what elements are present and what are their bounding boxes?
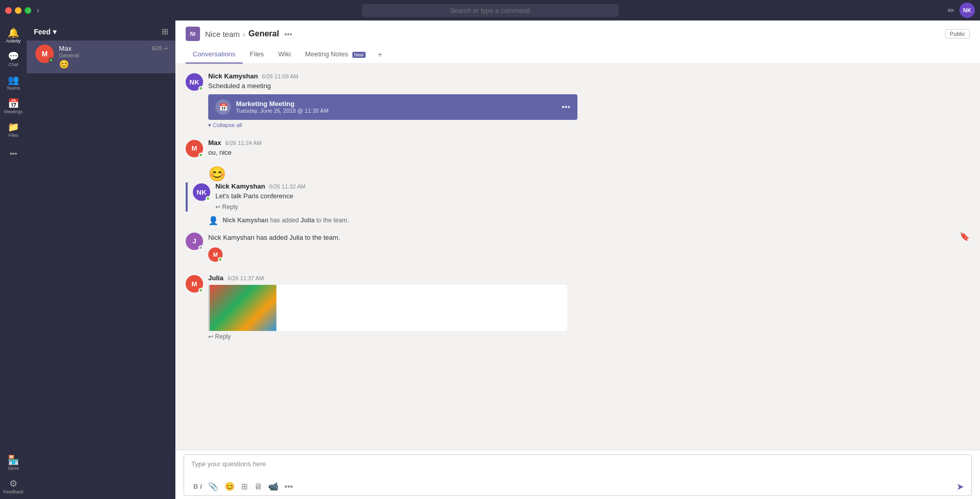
files-icon: 📁: [8, 122, 19, 132]
msg-sender-3: Nick Kamyshan: [215, 182, 265, 190]
team-name: Nice team: [205, 30, 240, 38]
sidebar-item-activity[interactable]: 🔔 Activity: [2, 25, 25, 47]
max-reply-body: [228, 246, 970, 247]
breadcrumb: Nice team › General •••: [205, 29, 292, 38]
app-sidebar: 🔔 Activity 💬 Chat 👥 Teams 📅 Meetings 📁 F…: [0, 20, 27, 499]
channel-name-sub: General: [59, 52, 168, 58]
feedback-icon: ⚙: [9, 479, 17, 488]
meeting-title: Marketing Meeting: [236, 100, 562, 108]
channel-sidebar: Feed ▾ ⊞ M Max 6/26 ↩ General 😊: [27, 20, 175, 499]
attach-button[interactable]: 📎: [206, 481, 221, 492]
reply-icon: ↩: [164, 46, 168, 51]
system-icon: 👤: [208, 216, 218, 225]
sidebar-item-more[interactable]: •••: [2, 142, 25, 165]
compose-button[interactable]: ✏: [948, 6, 954, 15]
minimize-dot[interactable]: [15, 7, 22, 14]
msg-body-3: Nick Kamyshan 6/26 11:32 AM Let's talk P…: [215, 182, 970, 211]
channel-name-main: General: [249, 29, 279, 38]
breadcrumb-separator: ›: [243, 30, 246, 38]
main-content: Nt Nice team › General ••• Public Conver…: [175, 20, 980, 499]
channel-sender-name: Max: [59, 45, 72, 52]
offline-dot: [198, 245, 203, 250]
meeting-more-button[interactable]: •••: [562, 102, 570, 112]
store-icon: 🏪: [8, 455, 19, 465]
teams-icon: 👥: [8, 75, 19, 85]
user-avatar[interactable]: NK: [959, 3, 975, 18]
avatar-julia: J: [186, 233, 203, 250]
channel-emoji: 😊: [59, 59, 168, 69]
system-message-1: 👤 Nick Kamyshan has added Julia to the t…: [208, 216, 970, 225]
tab-meeting-notes[interactable]: Meeting Notes New: [298, 46, 372, 64]
public-badge: Public: [945, 29, 970, 38]
msg-body-5: Julia 6/26 11:37 AM ↩ Reply: [208, 274, 970, 340]
msg-text-2: ou, nice: [208, 148, 970, 158]
filter-icon[interactable]: ⊞: [162, 27, 168, 36]
channel-more-button[interactable]: •••: [284, 30, 292, 38]
msg-text-julia: Nick Kamyshan has added Julia to the tea…: [208, 233, 970, 243]
reply-button-5[interactable]: ↩ Reply: [208, 333, 970, 340]
thread-bar: [186, 182, 188, 212]
compose-box: Type your questions here B I 📎 😊 ⊞ 🖥 📹 •…: [184, 454, 972, 496]
msg-time-3: 6/26 11:32 AM: [269, 183, 306, 190]
new-badge: New: [352, 52, 366, 58]
tab-conversations[interactable]: Conversations: [186, 46, 243, 64]
avatar-nick-1: NK: [186, 73, 203, 91]
sidebar-item-chat[interactable]: 💬 Chat: [2, 48, 25, 71]
grid-button[interactable]: ⊞: [239, 481, 250, 492]
channel-date: 6/26 ↩: [152, 46, 168, 51]
tab-wiki[interactable]: Wiki: [271, 46, 298, 64]
video-button[interactable]: 📹: [266, 481, 281, 492]
feed-title[interactable]: Feed ▾: [34, 28, 56, 36]
channel-sidebar-header: Feed ▾ ⊞: [27, 20, 175, 40]
julia-msg-body: Nick Kamyshan has added Julia to the tea…: [208, 232, 970, 268]
sidebar-item-files[interactable]: 📁 Files: [2, 119, 25, 141]
channel-info: Max 6/26 ↩ General 😊: [59, 45, 168, 69]
msg-time-2: 6/26 11:24 AM: [225, 140, 262, 146]
forward-button[interactable]: ›: [34, 6, 41, 15]
avatar-max-1: M: [186, 140, 203, 157]
reply-button-3[interactable]: ↩ Reply: [215, 203, 970, 211]
online-dot: [218, 257, 223, 262]
screen-share-button[interactable]: 🖥: [252, 481, 264, 492]
emoji-reaction: 😊: [208, 165, 970, 182]
meeting-time: Tuesday, June 26, 2018 @ 11:30 AM: [236, 108, 562, 114]
online-indicator: [49, 58, 53, 63]
msg-header-2: Max 6/26 11:24 AM: [208, 139, 970, 147]
msg-header-1: Nick Kamyshan 6/26 11:09 AM: [208, 72, 970, 80]
send-button[interactable]: ➤: [956, 481, 964, 492]
messages-area: NK Nick Kamyshan 6/26 11:09 AM Scheduled…: [175, 64, 980, 450]
message-group-1: NK Nick Kamyshan 6/26 11:09 AM Scheduled…: [186, 72, 970, 133]
msg-time-1: 6/26 11:09 AM: [262, 73, 298, 79]
bold-italic-button[interactable]: B I: [191, 482, 204, 491]
online-dot: [206, 196, 210, 201]
message-group-3: NK Nick Kamyshan 6/26 11:32 AM Let's tal…: [193, 182, 970, 211]
sidebar-item-teams[interactable]: 👥 Teams: [2, 72, 25, 94]
emoji-button[interactable]: 😊: [223, 481, 237, 492]
bookmark-icon[interactable]: 🔖: [959, 232, 970, 241]
more-tools-button[interactable]: •••: [283, 481, 295, 492]
meeting-info: Marketing Meeting Tuesday, June 26, 2018…: [236, 100, 562, 114]
msg-sender-5: Julia: [208, 274, 224, 282]
activity-icon: 🔔: [8, 28, 19, 37]
titlebar: ‹ › ✏ NK: [0, 0, 980, 20]
sidebar-item-feedback[interactable]: ⚙ Feedback: [2, 475, 25, 498]
chat-icon: 💬: [8, 52, 19, 61]
msg-text-3: Let's talk Paris conference: [215, 191, 970, 201]
julia-reply-group: M: [208, 246, 970, 262]
add-tab-button[interactable]: +: [373, 46, 388, 64]
msg-header-5: Julia 6/26 11:37 AM: [208, 274, 970, 282]
search-input[interactable]: [362, 4, 618, 17]
compose-input[interactable]: Type your questions here: [191, 460, 964, 476]
sidebar-item-meetings[interactable]: 📅 Meetings: [2, 95, 25, 118]
tab-files[interactable]: Files: [243, 46, 271, 64]
collapse-all-button[interactable]: ▾ Collapse all: [208, 122, 970, 129]
sidebar-item-store[interactable]: 🏪 Store: [2, 452, 25, 474]
channel-tabs: Conversations Files Wiki Meeting Notes N…: [186, 46, 970, 64]
meeting-card: 📅 Marketing Meeting Tuesday, June 26, 20…: [208, 94, 577, 120]
link-preview-content: [276, 285, 567, 331]
channel-list-item[interactable]: M Max 6/26 ↩ General 😊: [27, 40, 175, 73]
back-button[interactable]: ‹: [26, 6, 32, 15]
message-group-3-wrapper: NK Nick Kamyshan 6/26 11:32 AM Let's tal…: [186, 182, 970, 212]
close-dot[interactable]: [5, 7, 12, 14]
more-icon: •••: [10, 150, 17, 157]
